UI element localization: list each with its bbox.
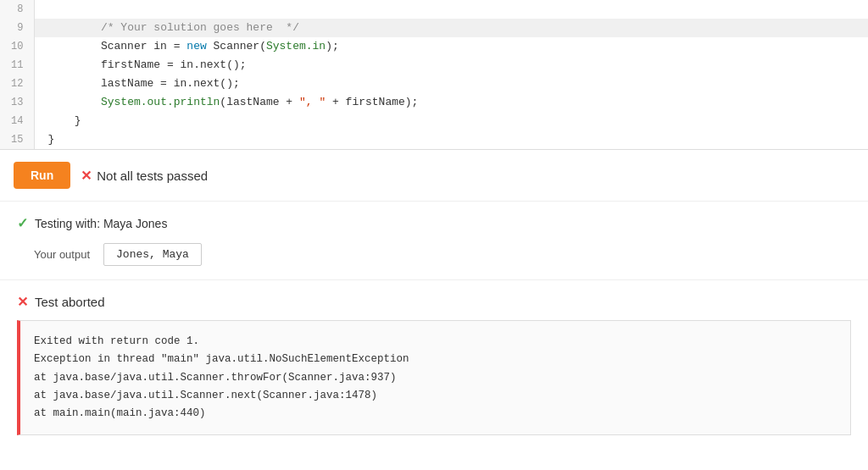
aborted-label: Test aborted [35,295,105,309]
error-line-4: at java.base/java.util.Scanner.next(Scan… [34,387,837,405]
check-icon: ✓ [17,215,28,231]
code-row-15: 15 } [0,130,868,149]
aborted-header: ✕ Test aborted [17,294,851,310]
code-row-12: 12 lastName = in.next(); [0,75,868,93]
system-out: System.out.println [101,96,220,108]
code-row-11: 11 firstName = in.next(); [0,56,868,75]
line-number-13: 13 [0,93,34,112]
status-fail-indicator: ✕ Not all tests passed [81,168,208,184]
keyword-new: new [186,40,206,53]
code-row-8: 8 [0,0,868,19]
status-text: Not all tests passed [97,169,208,183]
test-pass-row: ✓ Testing with: Maya Jones [17,215,851,231]
line-number-8: 8 [0,0,34,19]
output-value: Jones, Maya [103,243,202,266]
line-number-14: 14 [0,112,34,130]
comment-span: /* Your solution goes here */ [101,21,299,34]
code-row-14: 14 } [0,112,868,130]
line-number-9: 9 [0,19,34,37]
error-line-5: at main.main(main.java:440) [34,405,837,423]
test-aborted-section: ✕ Test aborted Exited with return code 1… [0,280,868,435]
string-comma: ", " [299,96,326,108]
code-editor: 8 9 /* Your solution goes here */ 10 Sca… [0,0,868,150]
code-content-14: } [34,112,868,130]
code-content-8 [34,0,868,19]
system-ref: System.in [266,40,326,53]
line-number-15: 15 [0,130,34,149]
test-pass-section: ✓ Testing with: Maya Jones Your output J… [0,202,868,280]
main-container: 8 9 /* Your solution goes here */ 10 Sca… [0,0,868,435]
output-row: Your output Jones, Maya [34,243,851,266]
fail-x-icon: ✕ [81,168,92,184]
output-label: Your output [34,248,90,261]
test-pass-label: Testing with: Maya Jones [35,217,167,230]
code-content-9: /* Your solution goes here */ [34,19,868,37]
code-content-11: firstName = in.next(); [34,56,868,75]
error-box: Exited with return code 1. Exception in … [17,320,851,435]
code-content-12: lastName = in.next(); [34,75,868,93]
code-content-13: System.out.println(lastName + ", " + fir… [34,93,868,112]
run-bar: Run ✕ Not all tests passed [0,150,868,202]
line-number-12: 12 [0,75,34,93]
aborted-x-icon: ✕ [17,294,28,310]
code-row-10: 10 Scanner in = new Scanner(System.in); [0,37,868,56]
run-button[interactable]: Run [14,162,70,189]
code-row-13: 13 System.out.println(lastName + ", " + … [0,93,868,112]
code-content-15: } [34,130,868,149]
line-number-11: 11 [0,56,34,75]
error-line-3: at java.base/java.util.Scanner.throwFor(… [34,369,837,387]
code-row-9: 9 /* Your solution goes here */ [0,19,868,37]
error-line-2: Exception in thread "main" java.util.NoS… [34,351,837,368]
code-content-10: Scanner in = new Scanner(System.in); [34,37,868,56]
code-table: 8 9 /* Your solution goes here */ 10 Sca… [0,0,868,149]
error-line-1: Exited with return code 1. [34,333,837,351]
line-number-10: 10 [0,37,34,56]
